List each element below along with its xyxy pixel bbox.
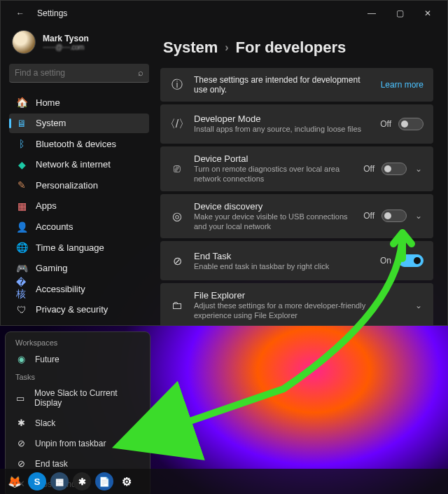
breadcrumb: System › For developers (163, 39, 436, 57)
nav-item-personalization[interactable]: ✎Personalization (9, 175, 149, 195)
toggle-switch[interactable] (382, 163, 407, 175)
toggle-switch[interactable] (398, 118, 424, 130)
nav-icon: �核 (16, 283, 27, 294)
setting-desc: Install apps from any source, including … (194, 124, 370, 134)
nav-icon: 🏠 (16, 97, 27, 108)
nav-icon: 🛡 (16, 304, 27, 315)
search-icon: ⌕ (138, 67, 144, 78)
nav-item-privacy-security[interactable]: 🛡Privacy & security (9, 299, 149, 320)
setting-file-explorer[interactable]: 🗀File ExplorerAdjust these settings for … (160, 283, 433, 325)
workspace-label: Future (35, 355, 59, 364)
setting-desc: Make your device visible to USB connecti… (194, 212, 354, 232)
setting-title: Device discovery (194, 201, 354, 212)
nav-label: Time & language (36, 242, 104, 253)
taskbar-settings-icon[interactable]: ⚙ (118, 472, 136, 490)
setting-title: Device Portal (194, 153, 354, 164)
setting-desc: Turn on remote diagnostics over local ar… (194, 164, 354, 184)
nav-icon: ✎ (16, 179, 27, 191)
search-input[interactable] (15, 68, 138, 78)
profile[interactable]: Mark Tyson ········@·····.com (9, 26, 149, 61)
menu-icon: ⊘ (15, 438, 27, 448)
menu-label: Unpin from taskbar (35, 439, 106, 448)
menu-label: Move Slack to Current Display (34, 388, 140, 408)
nav-label: Bluetooth & devices (36, 139, 116, 149)
nav-icon: ᛒ (16, 138, 27, 149)
info-icon: ⓘ (170, 78, 184, 92)
nav-label: Accessibility (36, 284, 85, 294)
workspace-item[interactable]: ◉ Future (6, 349, 150, 369)
menu-icon: ⊘ (15, 458, 27, 469)
titlebar: ← Settings — ▢ ✕ (1, 1, 447, 26)
workspaces-header: Workspaces (6, 335, 150, 349)
menu-icon: ▭ (15, 393, 26, 404)
nav-item-apps[interactable]: ▦Apps (9, 196, 149, 217)
menu-icon: ✱ (15, 418, 27, 428)
setting-desc: Adjust these settings for a more develop… (194, 301, 404, 321)
nav-label: Privacy & security (36, 304, 108, 315)
menu-item-unpin-from-taskbar[interactable]: ⊘Unpin from taskbar (6, 433, 150, 453)
setting-device-portal[interactable]: ⎚Device PortalTurn on remote diagnostics… (160, 146, 433, 191)
nav-label: Home (36, 97, 60, 108)
setting-end-task[interactable]: ⊘End TaskEnable end task in taskbar by r… (160, 241, 433, 280)
nav-item-accounts[interactable]: 👤Accounts (9, 217, 149, 237)
nav-icon: 🌐 (16, 242, 27, 253)
taskbar[interactable]: 🦊S▦✱📄⚙ (0, 469, 448, 494)
main-panel: System › For developers ⓘ These settings… (155, 26, 447, 325)
toggle-state: Off (380, 119, 391, 129)
nav-icon: ◆ (16, 159, 27, 170)
nav-item-time-language[interactable]: 🌐Time & language (9, 238, 149, 258)
nav-icon: 🎮 (16, 263, 27, 274)
taskbar-calculator-icon[interactable]: ▦ (50, 472, 69, 490)
nav-label: Accounts (36, 221, 73, 232)
profile-email: ········@·····.com (43, 43, 89, 51)
breadcrumb-page: For developers (236, 39, 346, 57)
taskbar-slack-icon[interactable]: ✱ (73, 472, 91, 490)
settings-panel[interactable]: ⓘ These settings are intended for develo… (160, 68, 436, 325)
setting-icon: 〈/〉 (170, 117, 184, 132)
nav-label: Personalization (36, 180, 98, 191)
toggle-state: Off (363, 211, 374, 221)
toggle-state: Off (363, 164, 374, 174)
breadcrumb-root[interactable]: System (163, 39, 218, 57)
toggle-switch[interactable] (382, 210, 407, 222)
menu-item-slack[interactable]: ✱Slack (6, 413, 150, 433)
setting-title: File Explorer (194, 290, 404, 301)
minimize-button[interactable]: — (358, 4, 386, 23)
nav-icon: 👤 (16, 221, 27, 233)
taskbar-skype-icon[interactable]: S (28, 472, 46, 490)
taskbar-notepad-icon[interactable]: 📄 (95, 472, 113, 490)
taskbar-firefox-icon[interactable]: 🦊 (6, 472, 24, 490)
sidebar: Mark Tyson ········@·····.com ⌕ 🏠Home🖥Sy… (1, 26, 155, 325)
nav-label: Network & internet (36, 159, 111, 170)
nav-item-accessibility[interactable]: �核Accessibility (9, 279, 149, 299)
chevron-down-icon[interactable]: ⌄ (414, 301, 424, 310)
avatar (12, 30, 36, 54)
search-box[interactable]: ⌕ (9, 64, 149, 83)
learn-more-link[interactable]: Learn more (381, 80, 424, 90)
nav-item-system[interactable]: 🖥System (9, 114, 149, 134)
close-button[interactable]: ✕ (414, 4, 442, 23)
tasks-header: Tasks (6, 369, 150, 383)
chevron-down-icon[interactable]: ⌄ (414, 164, 424, 174)
chevron-down-icon[interactable]: ⌄ (414, 211, 424, 221)
toggle-switch[interactable] (398, 254, 424, 267)
nav-item-gaming[interactable]: 🎮Gaming (9, 258, 149, 278)
nav-list: 🏠Home🖥SystemᛒBluetooth & devices◆Network… (9, 92, 149, 320)
nav-item-bluetooth-devices[interactable]: ᛒBluetooth & devices (9, 134, 149, 154)
setting-icon: ⎚ (170, 163, 184, 175)
menu-label: Slack (35, 418, 55, 428)
setting-desc: Enable end task in taskbar by right clic… (194, 261, 370, 271)
toggle-state: On (380, 256, 391, 266)
setting-icon: 🗀 (170, 299, 184, 312)
setting-developer-mode[interactable]: 〈/〉Developer ModeInstall apps from any s… (160, 104, 433, 144)
menu-item-move-slack-to-current-display[interactable]: ▭Move Slack to Current Display (6, 383, 150, 413)
maximize-button[interactable]: ▢ (386, 4, 414, 23)
nav-item-network-internet[interactable]: ◆Network & internet (9, 155, 149, 175)
nav-item-home[interactable]: 🏠Home (9, 92, 149, 113)
nav-label: System (36, 118, 66, 128)
settings-window: ← Settings — ▢ ✕ Mark Tyson ········@···… (0, 0, 448, 326)
setting-device-discovery[interactable]: ◎Device discoveryMake your device visibl… (160, 194, 433, 239)
nav-label: Gaming (36, 263, 68, 273)
back-button[interactable]: ← (6, 4, 34, 23)
info-banner: ⓘ These settings are intended for develo… (160, 68, 433, 102)
